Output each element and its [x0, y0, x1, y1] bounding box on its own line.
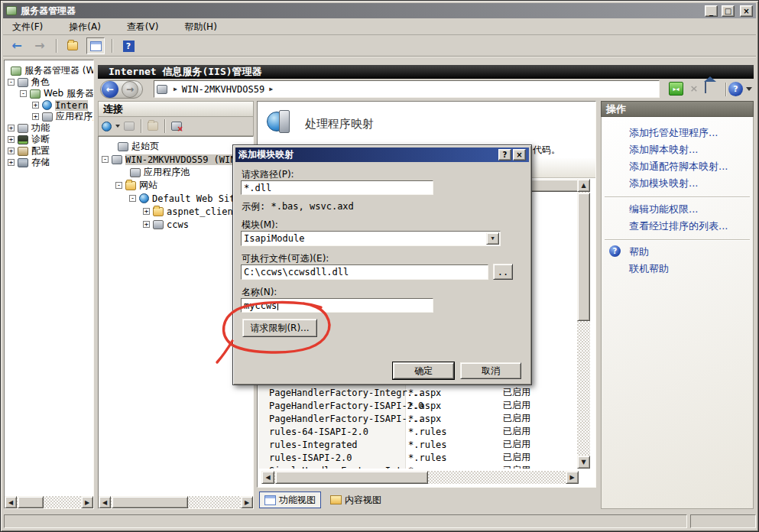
scroll-thumb[interactable] [112, 496, 188, 508]
action-add-script-map[interactable]: 添加脚本映射... [629, 143, 698, 157]
expander-icon[interactable]: - [115, 182, 122, 189]
menu-help[interactable]: 帮助(H) [181, 20, 219, 34]
refresh-icon[interactable]: ▸◂ [669, 82, 683, 96]
expander-icon[interactable]: - [102, 156, 109, 163]
nav-forward-icon[interactable]: → [122, 81, 138, 98]
tree-item-server[interactable]: - WIN-2MKVHVDOS59 (WIN- [102, 154, 254, 165]
connections-hscrollbar[interactable]: ◀ ▶ [99, 496, 253, 508]
dialog-close-icon[interactable]: × [513, 149, 526, 161]
help-dropdown-icon[interactable] [746, 87, 752, 91]
nav-back-icon[interactable]: ← [102, 81, 118, 98]
expander-icon[interactable]: + [8, 125, 15, 131]
scroll-down-icon[interactable]: ▼ [577, 456, 590, 469]
scroll-left-icon[interactable]: ◀ [99, 496, 111, 508]
scroll-thumb[interactable] [18, 496, 44, 508]
tree-item-app-pools[interactable]: 应用程序池 [130, 167, 190, 178]
request-path-input[interactable]: *.dll [241, 180, 433, 195]
maximize-button[interactable]: □ [722, 5, 735, 17]
feature-vscrollbar[interactable]: ▲ ▼ [577, 179, 590, 469]
request-restrictions-button[interactable]: 请求限制(R)... [242, 319, 317, 337]
window-titlebar[interactable]: 服务器管理器 _ □ × [3, 3, 756, 18]
expander-icon[interactable]: + [8, 136, 15, 143]
expander-icon[interactable]: + [143, 221, 150, 228]
breadcrumb-server[interactable]: WIN-2MKVHVDOS59 [182, 84, 264, 95]
scroll-thumb[interactable] [275, 471, 428, 484]
tree-item-default-web-site[interactable]: - Default Web Sit [129, 193, 235, 204]
table-row[interactable]: PageHandlerFactory-ISAPI-...*.aspx已启用 [269, 413, 575, 424]
tree-item-roles[interactable]: - 角色 [8, 76, 50, 88]
module-select[interactable]: IsapiModule ▼ [241, 231, 501, 246]
expander-icon[interactable]: + [32, 113, 39, 120]
expander-icon[interactable]: - [129, 195, 136, 202]
scroll-left-icon[interactable]: ◀ [261, 471, 274, 484]
expander-icon[interactable]: + [8, 148, 15, 154]
table-row[interactable]: rules-64-ISAPI-2.0*.rules已启用 [269, 426, 575, 437]
scroll-right-icon[interactable]: ▶ [241, 496, 253, 508]
left-panel-hscrollbar[interactable]: ◀ ▶ [5, 496, 93, 508]
tree-item-sites[interactable]: - 网站 [115, 180, 157, 191]
tab-content-view[interactable]: 内容视图 [326, 491, 386, 508]
action-add-wildcard-map[interactable]: 添加通配符脚本映射... [629, 160, 728, 174]
expander-icon[interactable]: - [8, 79, 15, 86]
feature-hscrollbar[interactable]: ◀ ▶ [261, 471, 579, 484]
scroll-right-icon[interactable]: ▶ [566, 471, 579, 484]
executable-input[interactable]: C:\ccws\ccwsdll.dll [241, 264, 488, 280]
table-row[interactable]: rules-ISAPI-2.0*.rules已启用 [269, 452, 575, 463]
scroll-up-icon[interactable]: ▲ [577, 179, 590, 192]
tree-item-ccws[interactable]: + ccws [143, 219, 189, 230]
home-icon[interactable] [705, 81, 706, 93]
tree-item-diagnostics[interactable]: + 诊断 [8, 134, 50, 145]
scroll-left-icon[interactable]: ◀ [5, 496, 17, 508]
tree-item-start-page[interactable]: 起始页 [118, 141, 159, 152]
tree-item-features[interactable]: + 功能 [8, 122, 50, 134]
help-icon[interactable]: ? [119, 37, 138, 54]
menu-action[interactable]: 操作(A) [66, 20, 104, 34]
action-add-module-map[interactable]: 添加模块映射... [629, 177, 698, 190]
browse-button[interactable]: .. [493, 264, 513, 280]
create-connection-icon[interactable] [102, 122, 112, 131]
forward-icon[interactable]: → [31, 37, 49, 54]
scroll-thumb[interactable] [577, 193, 590, 321]
dialog-help-icon[interactable]: ? [498, 149, 511, 161]
show-tree-icon[interactable] [63, 37, 82, 54]
table-row[interactable]: rules-Integrated*.rules已启用 [269, 439, 575, 450]
tree-item-iis[interactable]: + Intern [32, 99, 88, 111]
dialog-titlebar[interactable]: 添加模块映射 ? × [235, 148, 529, 162]
help-ball-icon[interactable]: ? [728, 82, 743, 96]
connection-dropdown-icon[interactable] [115, 125, 120, 128]
action-help[interactable]: 帮助 [629, 245, 649, 259]
close-button[interactable]: × [740, 5, 753, 17]
tree-item-server-manager[interactable]: 服务器管理器 (W [11, 65, 94, 76]
tree-item-configuration[interactable]: + 配置 [8, 145, 50, 157]
tree-item-web-server[interactable]: - Web 服务器 [20, 88, 94, 99]
expander-icon[interactable]: - [20, 90, 27, 97]
ok-button[interactable]: 确定 [393, 362, 454, 379]
action-view-ordered-list[interactable]: 查看经过排序的列表... [629, 219, 728, 233]
table-row[interactable]: PageHandlerFactory-ISAPI-2.0*.aspx已启用 [269, 400, 575, 411]
feature-description: 代码。 [533, 144, 560, 157]
menu-file[interactable]: 文件(F) [9, 20, 46, 34]
action-online-help[interactable]: 联机帮助 [629, 262, 669, 276]
tab-features-view[interactable]: 功能视图 [259, 491, 321, 508]
expander-icon[interactable]: + [32, 102, 39, 109]
cancel-button[interactable]: 取消 [460, 362, 521, 379]
menu-view[interactable]: 查看(V) [124, 20, 162, 34]
action-add-managed-handler[interactable]: 添加托管处理程序... [629, 126, 718, 140]
name-input[interactable]: myccws [241, 298, 433, 313]
scroll-right-icon[interactable]: ▶ [81, 496, 93, 508]
expander-icon[interactable]: + [8, 159, 15, 166]
back-icon[interactable]: ← [8, 37, 26, 54]
combo-dropdown-icon[interactable]: ▼ [486, 232, 499, 245]
delete-connection-icon[interactable] [171, 122, 182, 131]
action-edit-permissions[interactable]: 编辑功能权限... [629, 203, 698, 216]
breadcrumb[interactable]: ▶ WIN-2MKVHVDOS59 ▶ [154, 80, 660, 98]
tree-item-app-server[interactable]: + 应用程序服 [32, 111, 94, 122]
minimize-button[interactable]: _ [705, 5, 718, 17]
tree-item-storage[interactable]: + 存储 [8, 157, 50, 168]
table-row[interactable]: SimpleHandlerFactory-Int...*.as已启用 [269, 465, 575, 469]
expander-icon[interactable]: + [143, 208, 150, 215]
table-row[interactable]: PageHandlerFactory-Integr...*.aspx已启用 [269, 387, 575, 398]
iis-addressbar: ← → ▶ WIN-2MKVHVDOS59 ▶ ▸◂ × ? [98, 79, 754, 100]
tree-item-aspnet-client[interactable]: + aspnet_clien [143, 206, 233, 217]
console-window-icon[interactable] [86, 37, 105, 54]
